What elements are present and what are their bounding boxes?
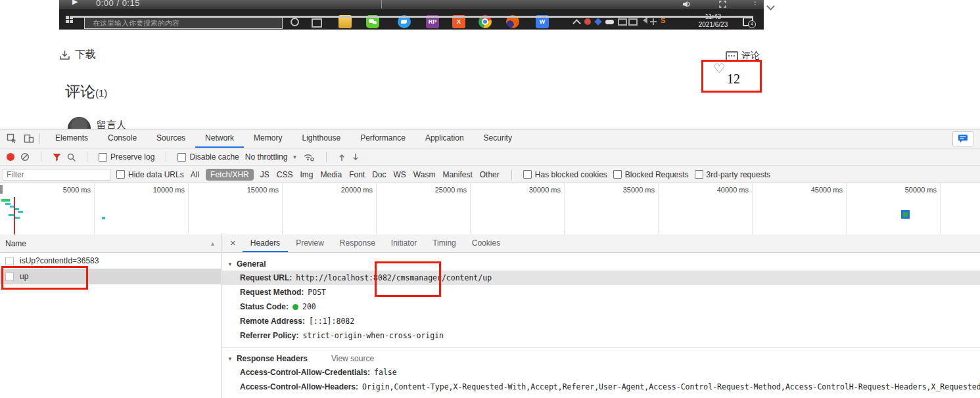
devtools-tabbar: Elements Console Sources Network Memory … xyxy=(0,129,980,148)
filter-icon[interactable] xyxy=(53,153,61,162)
avatar xyxy=(68,117,91,129)
tick-label: 20000 ms xyxy=(341,186,373,194)
name-header-label: Name xyxy=(5,239,26,248)
tab-elements[interactable]: Elements xyxy=(45,129,98,148)
chevron-down-icon[interactable] xyxy=(766,2,775,11)
filter-type-doc[interactable]: Doc xyxy=(371,169,386,181)
header-value: false xyxy=(374,368,397,377)
tab-preview[interactable]: Preview xyxy=(288,234,332,252)
header-row-request-method: Request Method: POST xyxy=(222,285,980,299)
has-blocked-cookies-label: Has blocked cookies xyxy=(535,170,607,179)
export-har-icon[interactable] xyxy=(352,153,360,162)
filter-type-img[interactable]: Img xyxy=(299,169,314,181)
request-file-icon xyxy=(5,273,14,281)
header-row-status-code: Status Code: 200 xyxy=(222,299,980,314)
inspect-element-icon[interactable] xyxy=(7,133,17,148)
tab-console[interactable]: Console xyxy=(98,129,147,148)
tab-timing[interactable]: Timing xyxy=(425,234,464,252)
load-event-line xyxy=(14,197,15,234)
disable-cache-checkbox[interactable]: Disable cache xyxy=(177,152,239,162)
tab-security[interactable]: Security xyxy=(474,129,522,148)
record-button[interactable] xyxy=(7,153,14,161)
network-overview-timeline[interactable]: 5000 ms 10000 ms 15000 ms 20000 ms 25000… xyxy=(0,183,980,235)
tab-sources[interactable]: Sources xyxy=(147,129,195,148)
close-icon[interactable]: × xyxy=(230,234,236,252)
import-har-icon[interactable] xyxy=(338,153,346,162)
player-menu-icon[interactable]: ⋮ xyxy=(751,0,759,7)
view-source-link[interactable]: View source xyxy=(331,354,374,363)
tab-application[interactable]: Application xyxy=(415,129,474,148)
filter-type-font[interactable]: Font xyxy=(348,169,365,181)
filter-type-js[interactable]: JS xyxy=(260,169,270,181)
tick-label: 50000 ms xyxy=(905,186,937,194)
selected-request-marker xyxy=(901,210,910,219)
request-row-selected[interactable]: up xyxy=(0,269,221,284)
network-conditions-icon[interactable] xyxy=(303,152,315,162)
disclosure-triangle-icon: ▼ xyxy=(227,261,233,267)
task-view-icon xyxy=(312,18,322,28)
tab-lighthouse[interactable]: Lighthouse xyxy=(292,129,350,148)
fullscreen-icon[interactable] xyxy=(719,1,726,8)
divider xyxy=(166,152,166,162)
download-button[interactable]: 下载 xyxy=(59,48,96,62)
has-blocked-cookies-checkbox[interactable]: Has blocked cookies xyxy=(523,170,607,179)
tick-label: 40000 ms xyxy=(717,186,749,194)
filter-input[interactable] xyxy=(3,169,110,181)
video-player: ▶ 0:00 / 0:15 ⋮ 在这里输入你要搜索的内容 RP X W xyxy=(59,0,764,30)
request-mark xyxy=(5,203,11,205)
taskbar-clock: 11:43 2021/6/23 xyxy=(694,12,732,29)
clear-icon[interactable] xyxy=(20,152,30,162)
play-icon[interactable]: ▶ xyxy=(72,0,78,6)
comment-link-label: 评论 xyxy=(741,50,760,62)
throttling-select[interactable]: No throttling ▼ xyxy=(245,152,298,162)
device-toolbar-icon[interactable] xyxy=(24,133,34,148)
preserve-log-label: Preserve log xyxy=(110,152,154,162)
checkbox-icon xyxy=(99,153,107,162)
header-row-ac-allow-headers: Access-Control-Allow-Headers: Origin,Con… xyxy=(222,380,980,394)
filter-type-media[interactable]: Media xyxy=(319,169,342,181)
filter-type-all[interactable]: All xyxy=(190,169,200,181)
response-headers-section-header[interactable]: ▼ Response Headers View source xyxy=(222,352,980,365)
tab-response[interactable]: Response xyxy=(332,234,383,252)
notification-center-icon: 4 xyxy=(743,17,753,26)
filter-type-css[interactable]: CSS xyxy=(276,169,294,181)
search-circle-icon xyxy=(291,18,299,26)
general-section-header[interactable]: ▼ General xyxy=(222,257,980,271)
webpage-content: 下载 评论 ♡ 12 评论(1) 留言人 xyxy=(0,30,980,129)
tab-performance[interactable]: Performance xyxy=(350,129,415,148)
comment-bubble-icon xyxy=(726,51,738,61)
heart-icon: ♡ xyxy=(713,60,725,76)
preserve-log-checkbox[interactable]: Preserve log xyxy=(99,152,154,162)
blocked-requests-checkbox[interactable]: Blocked Requests xyxy=(613,170,689,179)
hide-data-urls-checkbox[interactable]: Hide data URLs xyxy=(116,170,184,179)
filter-type-wasm[interactable]: Wasm xyxy=(413,169,436,181)
header-value: strict-origin-when-cross-origin xyxy=(302,331,444,340)
tab-network[interactable]: Network xyxy=(195,129,244,148)
filter-type-fetch-xhr[interactable]: Fetch/XHR xyxy=(206,169,254,181)
filter-type-other[interactable]: Other xyxy=(479,169,500,181)
section-divider xyxy=(222,347,980,348)
volume-icon[interactable] xyxy=(682,1,691,8)
search-icon[interactable] xyxy=(67,153,76,162)
general-section-title: General xyxy=(237,259,266,269)
filter-type-ws[interactable]: WS xyxy=(393,169,407,181)
feedback-icon[interactable] xyxy=(952,131,973,146)
request-row[interactable]: isUp?contentId=36583 xyxy=(0,253,221,269)
tick-label: 15000 ms xyxy=(247,186,279,194)
like-button[interactable]: ♡ 12 xyxy=(711,62,757,89)
tab-cookies[interactable]: Cookies xyxy=(464,234,508,252)
video-seekbar[interactable] xyxy=(70,16,753,18)
tab-headers[interactable]: Headers xyxy=(243,234,288,252)
filter-type-manifest[interactable]: Manifest xyxy=(442,169,473,181)
header-key: Referrer Policy: xyxy=(240,331,298,340)
comment-link[interactable]: 评论 xyxy=(726,50,760,62)
tab-initiator[interactable]: Initiator xyxy=(383,234,425,252)
divider xyxy=(41,152,41,162)
response-headers-title: Response Headers xyxy=(237,354,308,363)
third-party-requests-checkbox[interactable]: 3rd-party requests xyxy=(695,170,770,179)
name-column-header[interactable]: Name ▲ xyxy=(0,234,221,253)
throttling-value: No throttling xyxy=(245,152,288,162)
tab-memory[interactable]: Memory xyxy=(244,129,292,148)
recorded-taskbar: 在这里输入你要搜索的内容 RP X W S 11:43 2021/6/23 xyxy=(59,9,764,30)
request-details-panel: × Headers Preview Response Initiator Tim… xyxy=(222,234,980,398)
